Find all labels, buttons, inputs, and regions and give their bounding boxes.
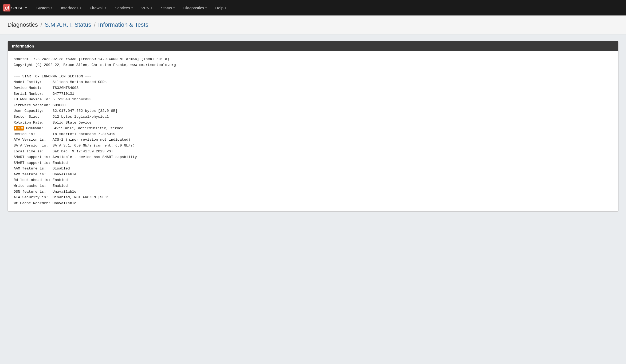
info-output: smartctl 7.3 2022-02-28 r5338 [FreeBSD 1… (14, 56, 612, 206)
logo-box: pf (3, 4, 10, 11)
breadcrumb-root: Diagnostics (7, 21, 38, 28)
nav-item-services[interactable]: Services ▾ (111, 3, 137, 12)
info-line4: === START OF INFORMATION SECTION === (14, 74, 92, 78)
chevron-down-icon: ▾ (80, 6, 81, 9)
nav-item-help[interactable]: Help ▾ (212, 3, 230, 12)
info-line19: SMART support is: Enabled (14, 161, 68, 165)
nav-item-system[interactable]: System ▾ (33, 3, 56, 12)
nav-label-diagnostics: Diagnostics (183, 6, 204, 10)
info-trim-suffix: Command: Available, deterministic, zeroe… (24, 126, 123, 130)
information-panel: Information smartctl 7.3 2022-02-28 r533… (7, 41, 619, 212)
info-line16: SATA Version is: SATA 3.1, 6.0 Gb/s (cur… (14, 144, 135, 148)
trim-badge: TRIM (14, 126, 24, 130)
info-line5: Model Family: Silicon Motion based SSDs (14, 80, 107, 84)
nav-item-interfaces[interactable]: Interfaces ▾ (57, 3, 85, 12)
info-line7: Serial Number: G477710131 (14, 92, 74, 96)
nav-logo[interactable]: pf sense + (3, 4, 27, 11)
info-line1: smartctl 7.3 2022-02-28 r5338 [FreeBSD 1… (14, 57, 169, 61)
breadcrumb-sep-2: / (94, 21, 95, 28)
info-line10: User Capacity: 32,017,047,552 bytes [32.… (14, 109, 118, 113)
info-line14: Device is: In smartctl database 7.3/5319 (14, 132, 115, 136)
info-line25: ATA Security is: Disabled, NOT FROZEN [S… (14, 195, 111, 199)
info-line23: Write cache is: Enabled (14, 184, 68, 188)
nav-label-firewall: Firewall (90, 6, 104, 10)
info-line2: Copyright (C) 2002-22, Bruce Allen, Chri… (14, 63, 176, 67)
breadcrumb-current[interactable]: Information & Tests (98, 21, 148, 28)
info-line21: APM feature is: Unavailable (14, 172, 76, 176)
nav-item-firewall[interactable]: Firewall ▾ (86, 3, 110, 12)
logo-text: sense + (11, 5, 27, 11)
info-line22: Rd look-ahead is: Enabled (14, 178, 68, 182)
info-line15: ATA Version is: ACS-2 (minor revision no… (14, 138, 130, 142)
chevron-down-icon: ▾ (173, 6, 175, 9)
breadcrumb: Diagnostics / S.M.A.R.T. Status / Inform… (7, 21, 619, 28)
nav-label-vpn: VPN (141, 6, 150, 10)
info-line18: SMART support is: Available - device has… (14, 155, 139, 159)
nav-item-diagnostics[interactable]: Diagnostics ▾ (179, 3, 210, 12)
breadcrumb-smart-status[interactable]: S.M.A.R.T. Status (45, 21, 91, 28)
nav-item-vpn[interactable]: VPN ▾ (138, 3, 156, 12)
nav-label-status: Status (161, 6, 172, 10)
breadcrumb-sep-1: / (41, 21, 42, 28)
info-line8: LU WWN Device Id: 5 7c3548 1bdb4cd33 (14, 97, 92, 101)
info-line9: Firmware Version: S0903D (14, 103, 65, 107)
chevron-down-icon: ▾ (105, 6, 106, 9)
navbar: pf sense + System ▾ Interfaces ▾ Firewal… (0, 0, 626, 15)
main-content: Information smartctl 7.3 2022-02-28 r533… (0, 34, 626, 218)
nav-label-services: Services (115, 6, 130, 10)
nav-label-help: Help (215, 6, 224, 10)
info-line17: Local Time is: Sat Dec 9 12:41:59 2023 P… (14, 149, 113, 153)
breadcrumb-bar: Diagnostics / S.M.A.R.T. Status / Inform… (0, 15, 626, 34)
info-line24: DSN feature is: Unavailable (14, 190, 76, 194)
info-line12: Rotation Rate: Solid State Device (14, 121, 92, 125)
info-line26: Wt Cache Reorder: Unavailable (14, 201, 76, 205)
info-line20: AAM feature is: Disabled (14, 167, 70, 171)
info-line6: Device Model: TS32GMTS400S (14, 86, 79, 90)
nav-label-interfaces: Interfaces (61, 6, 79, 10)
chevron-down-icon: ▾ (205, 6, 207, 9)
info-line11: Sector Size: 512 bytes logical/physical (14, 115, 109, 119)
panel-body: smartctl 7.3 2022-02-28 r5338 [FreeBSD 1… (8, 51, 618, 211)
nav-label-system: System (36, 6, 50, 10)
chevron-down-icon: ▾ (51, 6, 52, 9)
chevron-down-icon: ▾ (225, 6, 226, 9)
chevron-down-icon: ▾ (151, 6, 152, 9)
nav-item-status[interactable]: Status ▾ (157, 3, 179, 12)
panel-header: Information (8, 41, 618, 51)
chevron-down-icon: ▾ (131, 6, 133, 9)
